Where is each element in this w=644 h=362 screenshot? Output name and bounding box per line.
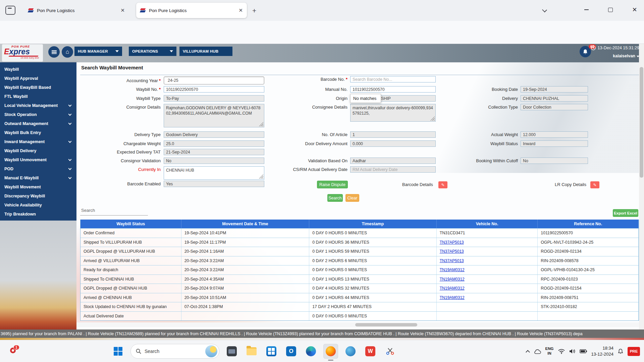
clear-button[interactable]: Clear [345,194,359,202]
table-row: OGPL Dropped @ VILLUPURAM HUB20-Sep-2024… [80,247,639,256]
snipping-tool-icon[interactable] [383,344,397,359]
barcode-details-edit-icon[interactable]: ✎ [438,181,447,188]
home-icon[interactable]: ⌂ [62,46,73,58]
new-tab-button[interactable]: + [252,7,256,15]
timestamp-cell: 0 DAY 1 HOURS 44 MINUTES [309,293,437,302]
taskbar-bell-icon[interactable] [618,349,623,354]
app-menu-hamburger-icon[interactable] [48,46,60,58]
outlook-icon[interactable]: O [284,344,299,359]
notification-flower-icon[interactable]: 1 [10,348,16,353]
export-excel-button[interactable]: Export Excel [613,209,638,217]
vehicle-link[interactable]: TN19AM0312 [440,277,465,282]
datetime-cell: 20-Sep-2024 3:22AM [181,265,310,275]
firefox-view-icon[interactable] [5,6,15,15]
volume-icon[interactable] [569,349,575,354]
field-barcode-no[interactable]: Search Barcode No... [350,76,436,82]
browser-tab-inactive[interactable]: Pon Pure Logistics ✕ [24,3,129,18]
tray-chevron-up-icon[interactable] [526,349,529,354]
pre-badge: PRE [628,347,640,356]
reference-cell [538,312,639,321]
vehicle-link[interactable]: TN19AM0312 [440,286,465,291]
field-manual-no[interactable]: 10119022500570 [350,86,436,93]
field-door-delivery-amount[interactable]: 0.000 [350,140,436,147]
lr-copy-details-edit-icon[interactable]: ✎ [590,181,599,188]
field-expected-delivery-tat[interactable]: 21-Sep-2024 [164,149,264,155]
field-collection-type[interactable]: Door Collection [521,104,588,110]
firefox-icon[interactable] [323,344,338,359]
vehicle-link[interactable]: TN37AP5013 [440,249,464,254]
browser-tab-active[interactable]: Pon Pure Logistics ✕ [136,3,247,18]
sidebar-item-discrepancy-waybill[interactable]: Discrepancy Waybill [0,191,76,200]
start-button[interactable] [111,344,125,359]
tab-list-chevron-icon[interactable] [542,7,547,12]
taskbar-search-box[interactable]: Search [130,344,219,359]
sidebar-item-waybill-bulk-entry[interactable]: Waybill Bulk Entry [0,128,76,137]
field-label-delivery: Delivery [436,95,518,102]
app-icon-blue-globe[interactable] [343,344,358,359]
file-explorer-icon[interactable] [244,344,259,359]
vehicle-link[interactable]: TN37AP5013 [440,240,464,245]
horizontal-scrollbar-thumb[interactable] [355,323,417,326]
timestamp-cell: 0 DAY 2 HOURS 6 MINUTES [309,256,437,265]
sidebar-item-waybill-movement[interactable]: Waybill Movement [0,182,76,191]
sidebar-item-inward-management[interactable]: Inward Management [0,137,76,146]
field-validation-based-on[interactable]: Aadhar [350,158,436,164]
app-icon-monitor[interactable] [224,344,239,359]
menu-hub-manager[interactable]: HUB MANAGER [74,47,122,56]
sidebar-item-vehicle-availability[interactable]: Vehicle Availability [0,200,76,209]
sidebar-item-ftl-waybill[interactable]: FTL Waybill [0,92,76,101]
field-barcode-enabled[interactable]: Yes [164,181,264,187]
menu-villupuram-hub[interactable]: VILLUPURAM HUB [179,47,232,56]
window-close-button[interactable]: ✕ [628,4,641,15]
app-logo[interactable]: PON PURE Expres On time every time [2,44,43,62]
table-row: Arrived @ VILLUPURAM HUB20-Sep-2024 3:22… [80,256,639,265]
vertical-scrollbar-thumb[interactable] [640,67,643,178]
window-maximize-button[interactable] [604,4,617,15]
field-actual-weight[interactable]: 12.000 [521,131,588,138]
raise-dispute-button[interactable]: Raise Dispute [317,181,348,188]
sidebar-item-pod[interactable]: POD [0,164,76,173]
field-no-of-article[interactable]: 1 [350,131,436,138]
datetime-cell: 19-Sep-2024 10:41PM [181,229,310,238]
sidebar-item-manual-e-waybill[interactable]: Manual E-Waybill [0,173,76,182]
vehicle-link[interactable]: TN19AM0312 [440,295,465,300]
sidebar-item-local-vehicle-management[interactable]: Local Vehicle Management [0,101,76,110]
taskbar-clock[interactable]: 18:3413-12-2024 [591,345,614,357]
cloud-icon[interactable] [534,349,541,354]
edge-icon[interactable] [304,344,318,359]
battery-icon[interactable] [580,349,587,353]
wps-office-icon[interactable]: W [363,344,378,359]
field-consignee-details[interactable]: manivel,thiruvallur door delivery-600099… [350,104,436,122]
field-booking-date[interactable]: 19-Sep-2024 [521,86,588,93]
vehicle-cell: TN19AM0312 [437,293,538,302]
timestamp-cell: 0 DAY 0 HOURS 0 MINUTES [309,229,437,238]
sidebar-item-trip-breakdown[interactable]: Trip Breakdown [0,209,76,219]
sidebar-item-stock-operation[interactable]: Stock Operation [0,110,76,119]
table-row: Ready for dispatch20-Sep-2024 3:22AM0 DA… [80,265,639,275]
sidebar-item-waybill-ewaybill-based[interactable]: Waybill EwayBill Based [0,83,76,92]
microsoft-store-icon[interactable] [264,344,279,359]
field-waybill-status[interactable]: Inward [521,140,588,147]
field-label-manual-no: Manual No. [248,86,347,93]
field-booking-within-cutoff[interactable]: No [521,158,588,164]
vehicle-link[interactable]: TN37AP5013 [440,258,464,263]
search-button[interactable]: Search [327,194,343,202]
sidebar-item-waybill-unmovement[interactable]: Waybill Unmovement [0,155,76,164]
tab-close-icon[interactable]: ✕ [238,7,243,13]
language-indicator[interactable]: ENGIN [545,347,554,356]
wifi-icon[interactable] [558,349,565,354]
sidebar-item-waybill[interactable]: Waybill [0,65,76,74]
sidebar-item-outward-management[interactable]: Outward Management [0,119,76,128]
window-minimize-button[interactable] [580,4,593,15]
weather-widget-icon[interactable] [205,345,217,357]
menu-operations[interactable]: OPERATIONS [129,47,176,56]
sidebar-item-label: Waybill Unmovement [4,158,47,162]
sidebar-item-waybill-delivery[interactable]: Waybill Delivery [0,146,76,155]
table-filter-label[interactable]: Search [81,208,95,213]
vehicle-link[interactable]: TN19AM0312 [440,267,465,272]
field-cs-rm-actual-delivery-date[interactable]: RM Actual Delivery Date [350,166,436,173]
sidebar-item-waybill-approval[interactable]: Waybill Approval [0,74,76,83]
field-delivery[interactable]: CHENNAI PUZHAL [521,95,588,102]
tab-close-icon[interactable]: ✕ [120,7,125,13]
user-menu[interactable]: kalaiselvan [537,54,639,58]
